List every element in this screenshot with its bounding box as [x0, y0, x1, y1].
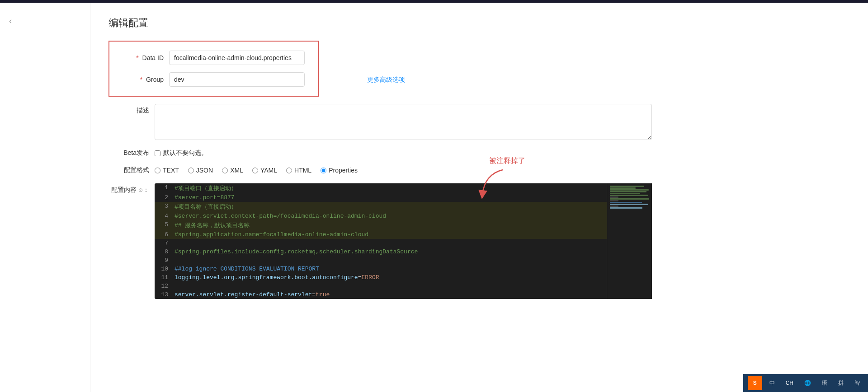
beta-note: 默认不要勾选。 [163, 149, 208, 157]
group-label: * Group [123, 76, 164, 83]
desc-label: 描述 [108, 104, 149, 115]
taskbar-item-ch[interactable]: CH [782, 378, 797, 388]
taskbar-item-lang[interactable]: 语 [818, 378, 831, 389]
code-lines: 1 #项目端口（直接启动） 2 #server.port=8877 3 #项目名… [155, 183, 638, 299]
code-line-9: 9 [155, 256, 638, 265]
main-layout: ‹ 编辑配置 * Data ID * Group 更多高级选项 [0, 3, 868, 392]
format-xml[interactable]: XML [222, 167, 243, 174]
advanced-options-link[interactable]: 更多高级选项 [367, 76, 405, 84]
data-id-row: * Data ID [123, 51, 305, 65]
group-row: * Group [123, 72, 305, 87]
code-line-6: 6 #spring.application.name=focallmedia-o… [155, 230, 638, 239]
main-content: 编辑配置 * Data ID * Group 更多高级选项 [90, 3, 868, 392]
desc-section: 描述 [108, 104, 850, 140]
format-text[interactable]: TEXT [155, 167, 179, 174]
code-line-10: 10 ##log ignore CONDITIONS EVALUATION RE… [155, 265, 638, 273]
code-line-11: 11 logging.level.org.springframework.boo… [155, 273, 638, 282]
data-id-label: * Data ID [123, 54, 164, 61]
format-properties[interactable]: Properties [321, 167, 358, 174]
code-line-5: 5 ## 服务名称，默认项目名称 [155, 220, 638, 230]
taskbar-app-icon[interactable]: S [748, 376, 762, 390]
code-line-8: 8 #spring.profiles.include=config,rocket… [155, 247, 638, 256]
taskbar-item-smart[interactable]: 智 [851, 378, 863, 389]
taskbar-item-pinyin[interactable]: 拼 [835, 378, 847, 389]
content-label: 配置内容 ⊙： [108, 183, 149, 194]
code-editor-wrapper: 被注释掉了 1 [155, 183, 652, 299]
group-input[interactable] [169, 72, 305, 87]
data-id-required: * [136, 54, 138, 61]
code-line-13: 13 server.servlet.register-default-servl… [155, 290, 638, 299]
beta-label: Beta发布 [108, 149, 149, 157]
code-line-4: 4 #server.servlet.context-path=/focallme… [155, 212, 638, 220]
sidebar: ‹ [0, 3, 90, 392]
format-label: 配置格式 [108, 166, 149, 174]
taskbar-item-network[interactable]: 🌐 [801, 378, 815, 388]
taskbar: S 中 CH 🌐 语 拼 智 [743, 374, 868, 392]
taskbar-item-zh[interactable]: 中 [766, 378, 778, 389]
back-button[interactable]: ‹ [0, 12, 21, 30]
format-options: TEXT JSON XML YAML HTML [155, 167, 358, 174]
code-line-7: 7 [155, 239, 638, 247]
annotation-text: 被注释掉了 [489, 157, 525, 164]
page-title: 编辑配置 [108, 16, 850, 30]
code-line-3: 3 #项目名称（直接启动） [155, 202, 638, 212]
beta-row: Beta发布 默认不要勾选。 [108, 149, 850, 157]
annotation-popup: 被注释掉了 [489, 156, 525, 166]
format-html[interactable]: HTML [286, 167, 311, 174]
desc-textarea[interactable] [155, 104, 652, 140]
code-editor[interactable]: 1 #项目端口（直接启动） 2 #server.port=8877 3 #项目名… [155, 183, 638, 299]
beta-checkbox[interactable] [155, 150, 160, 156]
content-note: ⊙ [138, 187, 143, 193]
code-line-12: 12 [155, 282, 638, 290]
config-id-section: * Data ID * Group [108, 41, 319, 97]
format-row: 配置格式 TEXT JSON XML YAML [108, 166, 850, 174]
group-required: * [140, 76, 142, 83]
data-id-input[interactable] [169, 51, 305, 65]
format-yaml[interactable]: YAML [252, 167, 277, 174]
content-row: 配置内容 ⊙： 被注释掉了 [108, 183, 850, 299]
code-line-2: 2 #server.port=8877 [155, 193, 638, 202]
format-json[interactable]: JSON [188, 167, 213, 174]
minimap [607, 183, 652, 299]
minimap-lines [607, 183, 652, 211]
code-line-1: 1 #项目端口（直接启动） [155, 183, 638, 193]
